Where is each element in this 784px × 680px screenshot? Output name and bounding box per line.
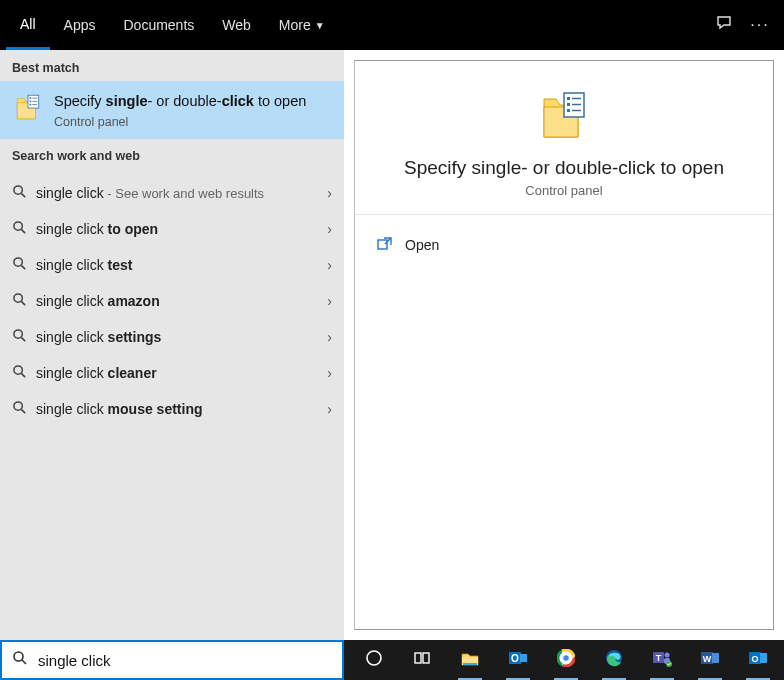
chevron-right-icon: › — [327, 293, 332, 309]
cortana-icon — [365, 649, 383, 672]
teams-icon: T — [652, 649, 672, 672]
search-icon — [12, 650, 28, 670]
action-open[interactable]: Open — [377, 229, 751, 261]
chevron-right-icon: › — [327, 257, 332, 273]
chrome-icon — [557, 649, 575, 672]
tab-label: All — [20, 16, 36, 32]
svg-text:W: W — [703, 654, 712, 664]
search-icon — [12, 364, 36, 382]
other-icon: O — [748, 649, 768, 672]
suggestion-text: single click mouse setting — [36, 401, 327, 417]
tab-all[interactable]: All — [6, 0, 50, 50]
suggestion-row[interactable]: single click mouse setting› — [0, 391, 344, 427]
suggestion-text: single click - See work and web results — [36, 185, 327, 201]
taskbar-item-task-view[interactable] — [400, 640, 444, 680]
best-match-title: Specify single- or double-click to open — [54, 91, 306, 111]
suggestion-text: single click settings — [36, 329, 327, 345]
taskbar-item-edge[interactable] — [592, 640, 636, 680]
suggestion-row[interactable]: single click settings› — [0, 319, 344, 355]
svg-text:O: O — [511, 653, 519, 664]
more-options-icon[interactable]: ··· — [742, 16, 778, 34]
suggestion-row[interactable]: single click to open› — [0, 211, 344, 247]
suggestion-text: single click cleaner — [36, 365, 327, 381]
suggestion-text: single click to open — [36, 221, 327, 237]
action-label: Open — [405, 237, 439, 253]
tab-apps[interactable]: Apps — [50, 0, 110, 50]
tab-web[interactable]: Web — [208, 0, 265, 50]
tab-more[interactable]: More▼ — [265, 0, 339, 50]
search-filter-tabs: All Apps Documents Web More▼ ··· — [0, 0, 784, 50]
folder-options-icon — [542, 87, 586, 143]
suggestion-row[interactable]: single click amazon› — [0, 283, 344, 319]
suggestion-row[interactable]: single click - See work and web results› — [0, 175, 344, 211]
suggestion-text: single click amazon — [36, 293, 327, 309]
svg-rect-35 — [760, 653, 767, 663]
svg-rect-32 — [712, 653, 719, 663]
search-icon — [12, 400, 36, 418]
tab-label: Web — [222, 17, 251, 33]
taskbar-item-word[interactable]: W — [688, 640, 732, 680]
detail-title: Specify single- or double-click to open — [404, 157, 724, 179]
svg-rect-15 — [463, 663, 477, 665]
results-panel: Best match Specify single- or double-cli… — [0, 50, 344, 640]
taskbar-item-other[interactable]: O — [736, 640, 780, 680]
tab-documents[interactable]: Documents — [109, 0, 208, 50]
search-icon — [12, 292, 36, 310]
svg-point-23 — [563, 654, 570, 661]
svg-point-11 — [367, 651, 381, 665]
search-icon — [12, 256, 36, 274]
svg-text:O: O — [751, 654, 758, 664]
taskbar-item-chrome[interactable] — [544, 640, 588, 680]
taskbar-item-teams[interactable]: T — [640, 640, 684, 680]
task-view-icon — [413, 649, 431, 672]
chevron-right-icon: › — [327, 401, 332, 417]
detail-panel: Specify single- or double-click to open … — [354, 60, 774, 630]
suggestion-row[interactable]: single click cleaner› — [0, 355, 344, 391]
best-match-result[interactable]: Specify single- or double-click to open … — [0, 81, 344, 139]
taskbar: OTWO — [344, 640, 784, 680]
chevron-right-icon: › — [327, 221, 332, 237]
detail-subtitle: Control panel — [525, 183, 602, 198]
suggestion-list: single click - See work and web results›… — [0, 169, 344, 427]
edge-icon — [605, 649, 623, 672]
best-match-subtitle: Control panel — [54, 115, 306, 129]
search-input[interactable] — [38, 652, 332, 669]
svg-point-27 — [665, 652, 670, 657]
chevron-right-icon: › — [327, 365, 332, 381]
svg-text:T: T — [656, 653, 662, 663]
best-match-header: Best match — [0, 51, 344, 81]
search-icon — [12, 328, 36, 346]
svg-rect-12 — [415, 653, 421, 663]
word-icon: W — [700, 649, 720, 672]
file-explorer-icon — [460, 649, 480, 672]
svg-rect-18 — [520, 654, 527, 662]
folder-options-icon — [12, 91, 44, 123]
search-icon — [12, 184, 36, 202]
search-box[interactable] — [0, 640, 344, 680]
tab-label: Documents — [123, 17, 194, 33]
tab-label: More — [279, 17, 311, 33]
feedback-icon[interactable] — [706, 14, 742, 36]
chevron-right-icon: › — [327, 329, 332, 345]
taskbar-item-outlook[interactable]: O — [496, 640, 540, 680]
open-icon — [377, 236, 399, 255]
taskbar-item-file-explorer[interactable] — [448, 640, 492, 680]
taskbar-item-cortana[interactable] — [352, 640, 396, 680]
tab-label: Apps — [64, 17, 96, 33]
suggestion-text: single click test — [36, 257, 327, 273]
suggestion-row[interactable]: single click test› — [0, 247, 344, 283]
svg-rect-13 — [423, 653, 429, 663]
chevron-right-icon: › — [327, 185, 332, 201]
search-icon — [12, 220, 36, 238]
outlook-icon: O — [508, 649, 528, 672]
chevron-down-icon: ▼ — [315, 20, 325, 31]
work-web-header: Search work and web — [0, 139, 344, 169]
